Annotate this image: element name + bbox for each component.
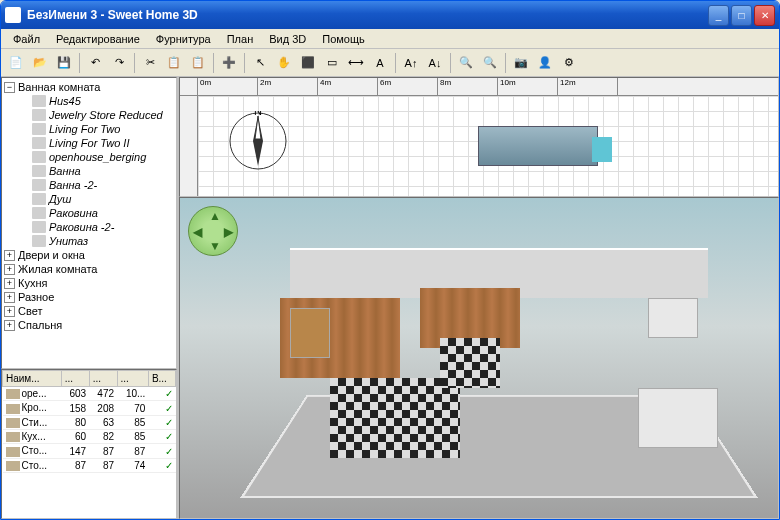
nav-right-icon[interactable]: ▶ (224, 225, 233, 239)
tree-item[interactable]: Ванна -2- (4, 178, 174, 192)
tree-item[interactable]: Jewelry Store Reduced (4, 108, 174, 122)
expand-icon[interactable]: + (4, 264, 15, 275)
cell-width: 60 (61, 430, 89, 444)
undo-button[interactable]: ↶ (84, 52, 106, 74)
tree-item[interactable]: Ванна (4, 164, 174, 178)
compass-icon[interactable]: N (228, 111, 288, 171)
expand-icon[interactable]: + (4, 306, 15, 317)
tree-item[interactable]: Living For Two II (4, 136, 174, 150)
ruler-corner (180, 78, 198, 96)
table-row[interactable]: Кро...15820870✓ (3, 401, 176, 415)
cell-height: 87 (117, 444, 148, 458)
menu-help[interactable]: Помощь (314, 31, 373, 47)
table-row[interactable]: Сти...806385✓ (3, 415, 176, 429)
menu-edit[interactable]: Редактирование (48, 31, 148, 47)
expand-icon[interactable]: + (4, 250, 15, 261)
collapse-icon[interactable]: − (4, 82, 15, 93)
window-title: БезИмени 3 - Sweet Home 3D (27, 8, 708, 22)
tree-item[interactable]: Раковина -2- (4, 220, 174, 234)
menu-furniture[interactable]: Фурнитура (148, 31, 219, 47)
plan-canvas[interactable]: N (198, 96, 778, 196)
open-button[interactable]: 📂 (29, 52, 51, 74)
table-row[interactable]: Сто...878774✓ (3, 458, 176, 472)
expand-icon[interactable]: + (4, 292, 15, 303)
virtual-visit-button[interactable]: 👤 (534, 52, 556, 74)
cut-button[interactable]: ✂ (139, 52, 161, 74)
tree-item[interactable]: Душ (4, 192, 174, 206)
nav-control: ▲ ▼ ◀ ▶ (188, 206, 238, 256)
menu-file[interactable]: Файл (5, 31, 48, 47)
redo-button[interactable]: ↷ (108, 52, 130, 74)
tree-item[interactable]: Living For Two (4, 122, 174, 136)
menu-plan[interactable]: План (219, 31, 262, 47)
tree-category[interactable]: +Разное (4, 290, 174, 304)
tree-category[interactable]: +Кухня (4, 276, 174, 290)
cell-visible[interactable]: ✓ (148, 401, 175, 415)
view-3d[interactable]: ▲ ▼ ◀ ▶ (179, 197, 779, 519)
tree-category[interactable]: +Двери и окна (4, 248, 174, 262)
settings-button[interactable]: ⚙ (558, 52, 580, 74)
text-size-up[interactable]: A↑ (400, 52, 422, 74)
camera-button[interactable]: 📷 (510, 52, 532, 74)
cell-visible[interactable]: ✓ (148, 430, 175, 444)
col-width[interactable]: ... (61, 371, 89, 387)
catalog-tree[interactable]: − Ванная комната Hus45 Jewelry Store Red… (1, 77, 177, 369)
expand-icon[interactable]: + (4, 320, 15, 331)
minimize-button[interactable]: _ (708, 5, 729, 26)
zoom-in-button[interactable]: 🔍 (455, 52, 477, 74)
table-row[interactable]: оре...60347210...✓ (3, 387, 176, 401)
tree-item[interactable]: openhouse_berging (4, 150, 174, 164)
select-tool[interactable]: ↖ (249, 52, 271, 74)
nav-up-icon[interactable]: ▲ (209, 209, 221, 223)
separator (505, 53, 506, 73)
svg-text:N: N (254, 111, 262, 117)
furniture-icon (6, 404, 20, 414)
add-furniture-button[interactable]: ➕ (218, 52, 240, 74)
save-button[interactable]: 💾 (53, 52, 75, 74)
app-icon (5, 7, 21, 23)
furniture-icon (32, 151, 46, 163)
copy-button[interactable]: 📋 (163, 52, 185, 74)
titlebar[interactable]: БезИмени 3 - Sweet Home 3D _ □ ✕ (1, 1, 779, 29)
cell-visible[interactable]: ✓ (148, 415, 175, 429)
cell-visible[interactable]: ✓ (148, 387, 175, 401)
maximize-button[interactable]: □ (731, 5, 752, 26)
tree-item[interactable]: Hus45 (4, 94, 174, 108)
new-button[interactable]: 📄 (5, 52, 27, 74)
nav-down-icon[interactable]: ▼ (209, 239, 221, 253)
expand-icon[interactable]: + (4, 278, 15, 289)
plan-model-preview[interactable] (478, 126, 598, 166)
wall-tool[interactable]: ⬛ (297, 52, 319, 74)
furniture-list[interactable]: Наим... ... ... ... В... оре...60347210.… (1, 369, 177, 519)
tree-item[interactable]: Унитаз (4, 234, 174, 248)
nav-left-icon[interactable]: ◀ (193, 225, 202, 239)
tree-category[interactable]: +Жилая комната (4, 262, 174, 276)
zoom-out-button[interactable]: 🔍 (479, 52, 501, 74)
text-tool[interactable]: A (369, 52, 391, 74)
table-header-row: Наим... ... ... ... В... (3, 371, 176, 387)
cell-visible[interactable]: ✓ (148, 444, 175, 458)
close-button[interactable]: ✕ (754, 5, 775, 26)
furniture-sofa (638, 388, 718, 448)
cell-visible[interactable]: ✓ (148, 458, 175, 472)
text-size-down[interactable]: A↓ (424, 52, 446, 74)
plan-2d-view[interactable]: 0m 2m 4m 6m 8m 10m 12m N (179, 77, 779, 197)
tree-category[interactable]: − Ванная комната (4, 80, 174, 94)
col-name[interactable]: Наим... (3, 371, 62, 387)
furniture-icon (32, 179, 46, 191)
tree-category[interactable]: +Свет (4, 304, 174, 318)
table-row[interactable]: Кух...608285✓ (3, 430, 176, 444)
tree-item[interactable]: Раковина (4, 206, 174, 220)
furniture-icon (32, 109, 46, 121)
tree-category[interactable]: +Спальня (4, 318, 174, 332)
col-height[interactable]: ... (117, 371, 148, 387)
pan-tool[interactable]: ✋ (273, 52, 295, 74)
col-depth[interactable]: ... (89, 371, 117, 387)
menu-view3d[interactable]: Вид 3D (261, 31, 314, 47)
table-row[interactable]: Сто...1478787✓ (3, 444, 176, 458)
paste-button[interactable]: 📋 (187, 52, 209, 74)
room-tool[interactable]: ▭ (321, 52, 343, 74)
cell-width: 87 (61, 458, 89, 472)
col-visible[interactable]: В... (148, 371, 175, 387)
dimension-tool[interactable]: ⟷ (345, 52, 367, 74)
